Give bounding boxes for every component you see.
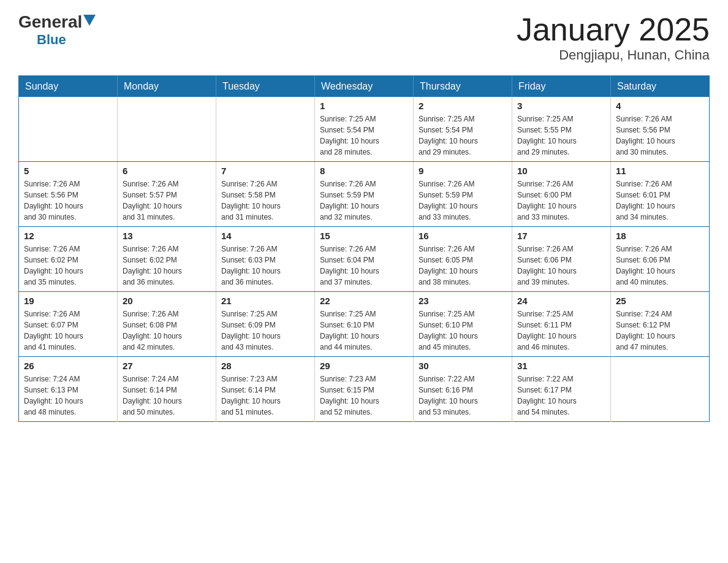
day-info: Sunrise: 7:25 AM Sunset: 5:54 PM Dayligh… <box>419 113 507 158</box>
table-row: 2Sunrise: 7:25 AM Sunset: 5:54 PM Daylig… <box>414 97 512 162</box>
day-number: 31 <box>517 361 605 371</box>
col-saturday: Saturday <box>611 76 710 98</box>
day-number: 23 <box>419 296 507 306</box>
table-row: 7Sunrise: 7:26 AM Sunset: 5:58 PM Daylig… <box>216 162 315 227</box>
day-number: 30 <box>419 361 507 371</box>
day-number: 16 <box>419 231 507 241</box>
day-number: 10 <box>517 166 605 176</box>
day-number: 20 <box>123 296 211 306</box>
day-info: Sunrise: 7:25 AM Sunset: 5:54 PM Dayligh… <box>320 113 408 158</box>
table-row: 5Sunrise: 7:26 AM Sunset: 5:56 PM Daylig… <box>19 162 118 227</box>
day-info: Sunrise: 7:23 AM Sunset: 6:15 PM Dayligh… <box>320 373 408 418</box>
col-thursday: Thursday <box>414 76 512 98</box>
logo: General Blue <box>18 12 96 48</box>
day-number: 7 <box>221 166 309 176</box>
logo-general-text: General <box>18 12 82 32</box>
day-info: Sunrise: 7:25 AM Sunset: 5:55 PM Dayligh… <box>517 113 605 158</box>
calendar-week-row: 5Sunrise: 7:26 AM Sunset: 5:56 PM Daylig… <box>19 162 710 227</box>
day-number: 5 <box>24 166 112 176</box>
day-number: 14 <box>221 231 309 241</box>
day-number: 2 <box>419 101 507 111</box>
day-number: 29 <box>320 361 408 371</box>
day-number: 13 <box>123 231 211 241</box>
day-number: 15 <box>320 231 408 241</box>
table-row: 24Sunrise: 7:25 AM Sunset: 6:11 PM Dayli… <box>512 292 611 357</box>
table-row: 28Sunrise: 7:23 AM Sunset: 6:14 PM Dayli… <box>216 357 315 422</box>
table-row: 15Sunrise: 7:26 AM Sunset: 6:04 PM Dayli… <box>315 227 414 292</box>
day-info: Sunrise: 7:26 AM Sunset: 5:59 PM Dayligh… <box>419 178 507 223</box>
day-info: Sunrise: 7:24 AM Sunset: 6:12 PM Dayligh… <box>616 308 704 353</box>
day-number: 6 <box>123 166 211 176</box>
logo-triangle-icon <box>83 15 96 27</box>
col-tuesday: Tuesday <box>216 76 315 98</box>
calendar-week-row: 12Sunrise: 7:26 AM Sunset: 6:02 PM Dayli… <box>19 227 710 292</box>
day-info: Sunrise: 7:26 AM Sunset: 5:59 PM Dayligh… <box>320 178 408 223</box>
day-number: 8 <box>320 166 408 176</box>
table-row <box>611 357 710 422</box>
day-number: 9 <box>419 166 507 176</box>
calendar-subtitle: Dengjiapu, Hunan, China <box>517 47 710 63</box>
table-row: 10Sunrise: 7:26 AM Sunset: 6:00 PM Dayli… <box>512 162 611 227</box>
table-row: 17Sunrise: 7:26 AM Sunset: 6:06 PM Dayli… <box>512 227 611 292</box>
day-info: Sunrise: 7:26 AM Sunset: 5:56 PM Dayligh… <box>616 113 704 158</box>
table-row: 9Sunrise: 7:26 AM Sunset: 5:59 PM Daylig… <box>414 162 512 227</box>
table-row: 6Sunrise: 7:26 AM Sunset: 5:57 PM Daylig… <box>118 162 216 227</box>
day-info: Sunrise: 7:24 AM Sunset: 6:13 PM Dayligh… <box>24 373 112 418</box>
day-info: Sunrise: 7:26 AM Sunset: 6:01 PM Dayligh… <box>616 178 704 223</box>
day-info: Sunrise: 7:26 AM Sunset: 6:06 PM Dayligh… <box>517 243 605 288</box>
day-info: Sunrise: 7:22 AM Sunset: 6:17 PM Dayligh… <box>517 373 605 418</box>
table-row: 19Sunrise: 7:26 AM Sunset: 6:07 PM Dayli… <box>19 292 118 357</box>
day-number: 21 <box>221 296 309 306</box>
col-monday: Monday <box>118 76 216 98</box>
col-friday: Friday <box>512 76 611 98</box>
table-row <box>118 97 216 162</box>
day-number: 18 <box>616 231 704 241</box>
day-info: Sunrise: 7:24 AM Sunset: 6:14 PM Dayligh… <box>123 373 211 418</box>
day-number: 28 <box>221 361 309 371</box>
day-info: Sunrise: 7:26 AM Sunset: 6:04 PM Dayligh… <box>320 243 408 288</box>
calendar-header-row: Sunday Monday Tuesday Wednesday Thursday… <box>19 76 710 98</box>
calendar-week-row: 19Sunrise: 7:26 AM Sunset: 6:07 PM Dayli… <box>19 292 710 357</box>
day-info: Sunrise: 7:25 AM Sunset: 6:11 PM Dayligh… <box>517 308 605 353</box>
col-sunday: Sunday <box>19 76 118 98</box>
day-info: Sunrise: 7:26 AM Sunset: 6:06 PM Dayligh… <box>616 243 704 288</box>
table-row: 4Sunrise: 7:26 AM Sunset: 5:56 PM Daylig… <box>611 97 710 162</box>
table-row <box>19 97 118 162</box>
day-info: Sunrise: 7:25 AM Sunset: 6:09 PM Dayligh… <box>221 308 309 353</box>
day-info: Sunrise: 7:26 AM Sunset: 6:02 PM Dayligh… <box>123 243 211 288</box>
day-number: 1 <box>320 101 408 111</box>
table-row: 27Sunrise: 7:24 AM Sunset: 6:14 PM Dayli… <box>118 357 216 422</box>
day-info: Sunrise: 7:26 AM Sunset: 5:56 PM Dayligh… <box>24 178 112 223</box>
day-info: Sunrise: 7:25 AM Sunset: 6:10 PM Dayligh… <box>320 308 408 353</box>
table-row: 1Sunrise: 7:25 AM Sunset: 5:54 PM Daylig… <box>315 97 414 162</box>
calendar-week-row: 1Sunrise: 7:25 AM Sunset: 5:54 PM Daylig… <box>19 97 710 162</box>
page-header: General Blue January 2025 Dengjiapu, Hun… <box>18 12 710 63</box>
day-info: Sunrise: 7:26 AM Sunset: 6:03 PM Dayligh… <box>221 243 309 288</box>
table-row: 21Sunrise: 7:25 AM Sunset: 6:09 PM Dayli… <box>216 292 315 357</box>
day-info: Sunrise: 7:25 AM Sunset: 6:10 PM Dayligh… <box>419 308 507 353</box>
day-number: 27 <box>123 361 211 371</box>
day-number: 11 <box>616 166 704 176</box>
table-row: 3Sunrise: 7:25 AM Sunset: 5:55 PM Daylig… <box>512 97 611 162</box>
day-number: 17 <box>517 231 605 241</box>
logo-blue-text: Blue <box>37 32 66 48</box>
table-row: 26Sunrise: 7:24 AM Sunset: 6:13 PM Dayli… <box>19 357 118 422</box>
day-number: 19 <box>24 296 112 306</box>
table-row: 8Sunrise: 7:26 AM Sunset: 5:59 PM Daylig… <box>315 162 414 227</box>
table-row: 31Sunrise: 7:22 AM Sunset: 6:17 PM Dayli… <box>512 357 611 422</box>
calendar-week-row: 26Sunrise: 7:24 AM Sunset: 6:13 PM Dayli… <box>19 357 710 422</box>
table-row: 18Sunrise: 7:26 AM Sunset: 6:06 PM Dayli… <box>611 227 710 292</box>
day-number: 4 <box>616 101 704 111</box>
table-row: 23Sunrise: 7:25 AM Sunset: 6:10 PM Dayli… <box>414 292 512 357</box>
table-row: 13Sunrise: 7:26 AM Sunset: 6:02 PM Dayli… <box>118 227 216 292</box>
svg-marker-0 <box>83 15 96 26</box>
table-row: 22Sunrise: 7:25 AM Sunset: 6:10 PM Dayli… <box>315 292 414 357</box>
table-row: 14Sunrise: 7:26 AM Sunset: 6:03 PM Dayli… <box>216 227 315 292</box>
day-number: 3 <box>517 101 605 111</box>
title-block: January 2025 Dengjiapu, Hunan, China <box>517 12 710 63</box>
day-info: Sunrise: 7:26 AM Sunset: 5:57 PM Dayligh… <box>123 178 211 223</box>
day-number: 25 <box>616 296 704 306</box>
day-info: Sunrise: 7:23 AM Sunset: 6:14 PM Dayligh… <box>221 373 309 418</box>
table-row: 29Sunrise: 7:23 AM Sunset: 6:15 PM Dayli… <box>315 357 414 422</box>
table-row: 25Sunrise: 7:24 AM Sunset: 6:12 PM Dayli… <box>611 292 710 357</box>
